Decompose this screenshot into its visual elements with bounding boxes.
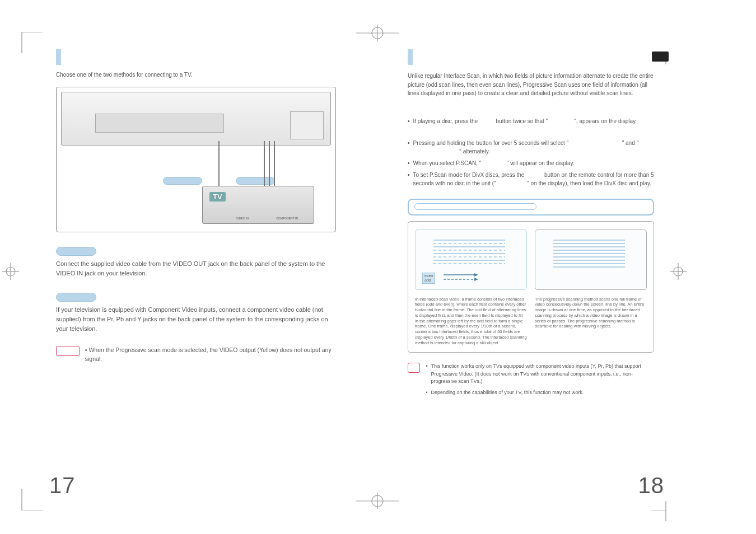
interlaced-illus: even odd <box>415 229 527 290</box>
b2b: " and " <box>622 140 638 146</box>
bullet-4: • To set P.Scan mode for DivX discs, pre… <box>408 171 654 188</box>
b4c: " on the display), then load the DivX di… <box>527 180 651 186</box>
b1c: ", appears on the display. <box>574 118 637 124</box>
bullet-3: • When you select P.SCAN, " " will appea… <box>408 159 654 167</box>
method2-text: If your television is equipped with Comp… <box>56 305 336 334</box>
right-notes: •This function works only on TVs equippe… <box>408 363 654 400</box>
b3a: When you select P.SCAN, " <box>413 160 482 166</box>
crop-mark <box>2 263 19 280</box>
subheading-bar <box>408 199 654 216</box>
right-intro: Unlike regular Interlace Scan, in which … <box>408 72 654 98</box>
page-number-left: 17 <box>49 473 76 498</box>
method2-pill <box>56 293 96 302</box>
section-marker <box>56 49 61 65</box>
b2c: " alternately. <box>459 148 490 154</box>
svg-point-5 <box>372 495 383 507</box>
note1: This function works only on TVs equipped… <box>431 363 654 386</box>
interlaced-even-odd: even odd <box>422 273 435 283</box>
b1b: button twice so that " <box>496 118 548 124</box>
method1-pill <box>56 247 96 256</box>
tv-illustration: TV VIDEO IN COMPONENT IN <box>202 186 314 224</box>
page-tab <box>652 51 669 62</box>
crop-corner <box>21 489 43 510</box>
caution-text: When the Progressive scan mode is select… <box>85 346 332 362</box>
b2a: Pressing and holding the button for over… <box>413 140 569 146</box>
b1a: If playing a disc, press the <box>413 118 479 124</box>
connection-diagram: TV VIDEO IN COMPONENT IN <box>56 87 336 232</box>
section-marker <box>408 49 413 65</box>
svg-marker-25 <box>474 273 478 277</box>
b4a: To set P.Scan mode for DivX discs, press… <box>413 172 526 178</box>
interlaced-arrows <box>444 271 488 283</box>
page-number-right: 18 <box>638 473 665 498</box>
crop-corner <box>21 32 43 53</box>
note2: Depending on the capabilities of your TV… <box>431 389 654 397</box>
tv-video-in-label: VIDEO IN <box>236 217 249 221</box>
left-page: Choose one of the two methods for connec… <box>56 49 336 364</box>
crop-mark <box>670 263 687 280</box>
interlaced-text: In interlaced-scan video, a frame consis… <box>415 297 527 346</box>
bullet-2: • Pressing and holding the button for ov… <box>408 139 654 156</box>
method1: Connect the supplied video cable from th… <box>56 247 336 278</box>
tv-label: TV <box>209 192 226 202</box>
crop-mark <box>356 25 399 41</box>
note-badge <box>408 363 420 373</box>
progressive-text: The progressive scanning method scans on… <box>535 297 647 330</box>
method1-text: Connect the supplied video cable from th… <box>56 259 336 278</box>
method2: If your television is equipped with Comp… <box>56 293 336 334</box>
caution-badge <box>56 346 80 356</box>
tv-component-in-label: COMPONENT IN <box>276 217 298 221</box>
interlaced-col: even odd In interlaced-scan video, a fra… <box>415 229 527 346</box>
b3b: " will appear on the display. <box>507 160 575 166</box>
svg-point-11 <box>674 267 683 276</box>
progressive-col: The progressive scanning method scans on… <box>535 229 647 346</box>
svg-marker-27 <box>474 278 478 281</box>
crop-mark <box>356 493 399 509</box>
svg-point-8 <box>6 267 15 276</box>
scan-comparison: even odd In interlaced-scan video, a fra… <box>408 221 654 353</box>
caution: • When the Progressive scan mode is sele… <box>56 346 336 364</box>
right-page: Unlike regular Interlace Scan, in which … <box>408 49 654 400</box>
progressive-illus <box>535 229 647 290</box>
bullet-1: • If playing a disc, press the STOP butt… <box>408 117 654 125</box>
svg-point-2 <box>372 27 383 39</box>
left-intro: Choose one of the two methods for connec… <box>56 72 336 78</box>
